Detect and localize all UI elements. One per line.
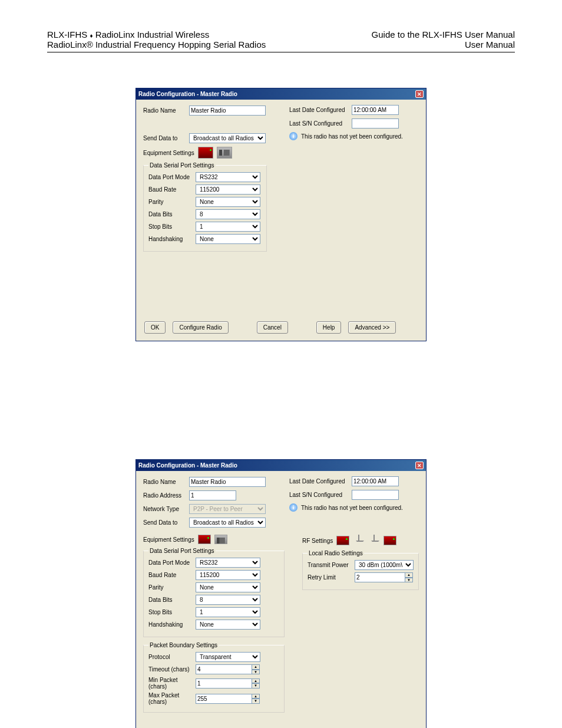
transmit-power-select[interactable]: 30 dBm (1000mW) [355,560,414,570]
last-sn-label: Last S/N Configured [289,492,348,498]
data-serial-port-fieldset: Data Serial Port Settings Data Port Mode… [143,548,285,637]
antenna-icon [368,535,380,546]
data-port-mode-label: Data Port Mode [148,559,196,566]
timeout-label: Timeout (chars) [148,666,196,673]
parity-select[interactable]: None [196,582,260,592]
baud-rate-select[interactable]: 115200 [196,185,260,195]
radio-name-label: Radio Name [143,479,186,485]
last-date-label: Last Date Configured [289,478,348,485]
last-date-value [352,476,399,486]
radio-config-dialog-basic: Radio Configuration - Master Radio ✕ Rad… [135,88,427,341]
handshaking-select[interactable]: None [196,620,260,630]
button-row: OK Configure Radio Cancel Help Advanced … [136,723,426,728]
advanced-button[interactable]: Advanced >> [348,321,396,334]
handshaking-select[interactable]: None [196,234,260,244]
data-port-mode-label: Data Port Mode [148,174,196,180]
titlebar[interactable]: Radio Configuration - Master Radio ✕ [136,460,426,471]
send-data-select[interactable]: Broadcast to all Radios [189,518,266,528]
radio-name-input[interactable] [189,106,266,116]
radio-name-input[interactable] [189,477,266,487]
send-data-select[interactable]: Broadcast to all Radios [189,133,266,143]
doc-title: Guide to the RLX-IFHS User Manual [372,29,515,39]
equipment-settings-label: Equipment Settings [143,150,194,156]
product-subtitle: RadioLinx® Industrial Frequency Hopping … [47,39,266,50]
data-bits-select[interactable]: 8 [196,209,260,219]
close-icon[interactable]: ✕ [415,90,424,98]
max-packet-label: Max Packet (chars) [148,692,196,705]
min-packet-input[interactable] [196,678,252,689]
ok-button[interactable]: OK [144,321,166,334]
last-sn-label: Last S/N Configured [289,120,348,127]
data-bits-label: Data Bits [148,211,196,218]
button-row: OK Configure Radio Cancel Help Advanced … [136,315,426,341]
radio-front-icon[interactable] [198,535,211,544]
fieldset-legend: Packet Boundary Settings [148,642,219,648]
last-sn-value [352,490,399,500]
spinner-icon[interactable]: ▲▼ [252,694,260,704]
status-text: This radio has not yet been configured. [301,133,403,140]
diamond-icon: ♦ [90,32,93,39]
fieldset-legend: Data Serial Port Settings [148,548,216,554]
antenna-icon [353,535,365,546]
header-right: Guide to the RLX-IFHS User Manual User M… [372,29,515,50]
network-type-label: Network Type [143,506,186,512]
data-port-mode-select[interactable]: RS232 [196,172,260,182]
send-data-label: Send Data to [143,519,186,526]
radio-back-icon[interactable] [214,535,227,544]
stop-bits-select[interactable]: 1 [196,222,260,232]
help-button[interactable]: Help [316,321,342,334]
retry-limit-label: Retry Limit [308,574,355,581]
retry-limit-input[interactable] [355,572,405,582]
baud-rate-label: Baud Rate [148,186,196,193]
radio-address-label: Radio Address [143,492,186,499]
spinner-icon[interactable]: ▲▼ [252,678,260,689]
product-title: RadioLinx Industrial Wireless [95,29,209,39]
info-icon: i [289,503,297,512]
radio-front-icon[interactable] [336,536,349,545]
fieldset-legend: Data Serial Port Settings [148,162,216,169]
stop-bits-label: Stop Bits [148,609,196,615]
protocol-select[interactable]: Transparent [196,652,260,662]
last-date-value [352,105,399,115]
packet-boundary-fieldset: Packet Boundary Settings ProtocolTranspa… [143,642,285,713]
baud-rate-label: Baud Rate [148,572,196,578]
titlebar[interactable]: Radio Configuration - Master Radio ✕ [136,88,426,100]
baud-rate-select[interactable]: 115200 [196,570,260,580]
fieldset-legend: Local Radio Settings [308,550,364,556]
product-code: RLX-IFHS [47,29,87,39]
radio-address-input[interactable] [189,490,236,500]
spinner-icon[interactable]: ▲▼ [405,572,413,582]
stop-bits-select[interactable]: 1 [196,607,260,617]
timeout-input[interactable] [196,664,252,674]
spinner-icon[interactable]: ▲▼ [252,664,260,674]
data-port-mode-select[interactable]: RS232 [196,558,260,568]
min-packet-label: Min Packet (chars) [148,677,196,690]
dialog-title: Radio Configuration - Master Radio [138,91,237,97]
data-bits-label: Data Bits [148,597,196,603]
send-data-label: Send Data to [143,135,186,141]
data-bits-select[interactable]: 8 [196,595,260,605]
radio-front-icon[interactable] [198,147,213,159]
transmit-power-label: Transmit Power [308,562,355,568]
parity-label: Parity [148,199,196,205]
dialog-title: Radio Configuration - Master Radio [138,462,237,469]
handshaking-label: Handshaking [148,621,196,628]
page-header: RLX-IFHS ♦ RadioLinx Industrial Wireless… [47,29,515,52]
radio-config-dialog-advanced: Radio Configuration - Master Radio ✕ Rad… [135,459,427,728]
max-packet-input[interactable] [196,694,252,704]
radio-name-label: Radio Name [143,107,186,114]
status-text: This radio has not yet been configured. [301,505,403,511]
rf-settings-label: RF Settings [302,538,333,544]
radio-front-icon[interactable] [384,536,396,545]
configure-radio-button[interactable]: Configure Radio [173,321,228,334]
cancel-button[interactable]: Cancel [257,321,288,334]
stop-bits-label: Stop Bits [148,223,196,230]
close-icon[interactable]: ✕ [415,462,424,469]
parity-select[interactable]: None [196,197,260,207]
doc-subtitle: User Manual [372,39,515,50]
status-column: Last Date Configured Last S/N Configured… [289,105,419,144]
radio-back-icon[interactable] [217,147,232,159]
info-icon: i [289,132,297,140]
last-date-label: Last Date Configured [289,107,348,113]
network-type-select: P2P - Peer to Peer [189,504,266,514]
